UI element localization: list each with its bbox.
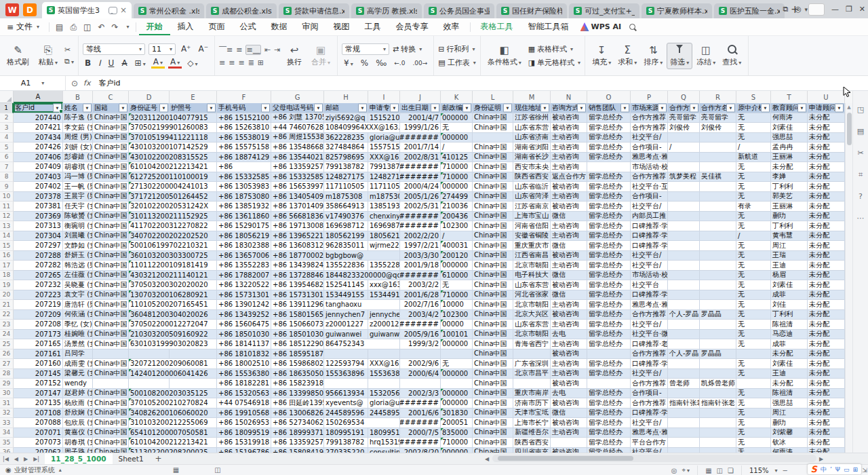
cell-O9[interactable]: 留学总经办 — [587, 182, 631, 192]
cell-N2[interactable]: 被动咨询 — [551, 113, 587, 124]
cell-M33[interactable]: 上海市长宁 — [513, 418, 551, 428]
cell-K29[interactable] — [441, 379, 473, 389]
cell-J34[interactable]: 2000/7/5 — [400, 428, 441, 438]
name-box[interactable]: A1▾ — [0, 76, 66, 90]
cell-G13[interactable]: +86 1971300890 — [271, 221, 324, 231]
cell-S23[interactable]: 无 — [736, 320, 771, 330]
cell-R18[interactable] — [700, 271, 736, 281]
cell-T34[interactable]: 刘紫馨 — [771, 428, 808, 438]
cell-U3[interactable]: 未分配 — [808, 123, 845, 133]
cell-R21[interactable] — [700, 300, 736, 310]
cell-N14[interactable]: 主动咨询 — [551, 231, 587, 242]
cell-C7[interactable]: China中国 — [93, 162, 129, 172]
cell-H34[interactable]: 180995191 — [324, 428, 368, 438]
tab-table-tools[interactable]: 表格工具 — [473, 19, 521, 35]
cell-K10[interactable]: 274499 — [441, 192, 473, 202]
row-header-19[interactable]: 19 — [0, 280, 14, 290]
cell-N23[interactable]: 主动咨询 — [551, 320, 587, 330]
cell-C29[interactable] — [93, 379, 129, 389]
cell-F9[interactable]: +86 13053983 — [217, 182, 271, 192]
header-cell-N1[interactable]: 咨询方式▼ — [551, 103, 587, 113]
cell-J11[interactable]: 2002/5/31 — [400, 202, 441, 212]
ime-icon-4[interactable]: ⊞ — [852, 466, 858, 473]
cell-Q12[interactable] — [668, 212, 700, 222]
bold-button[interactable]: B — [83, 58, 93, 68]
header-cell-G1[interactable]: 父母电话号码▼ — [271, 103, 324, 113]
cell-M16[interactable]: 江西省南昌 — [513, 251, 551, 261]
cell-F22[interactable]: +86 13439252 — [217, 310, 271, 320]
menu-tab-工具[interactable]: 工具 — [357, 19, 389, 35]
cell-P28[interactable]: 社交平台/ — [631, 369, 668, 379]
justify-icon[interactable]: ≣ — [248, 58, 254, 67]
cell-B2[interactable]: 陈子逸 (男) — [63, 113, 93, 124]
cell-S10[interactable]: 无 — [736, 192, 771, 202]
cell-U6[interactable]: 未分配 — [808, 153, 845, 163]
cell-N27[interactable]: 主动咨询 — [551, 359, 587, 369]
cell-S8[interactable]: 无 — [736, 172, 771, 183]
cell-J20[interactable]: 2001/6/28 — [400, 290, 441, 301]
cell-T5[interactable]: 孟冉冉 — [771, 142, 808, 153]
cell-F8[interactable]: +86 15332585 — [217, 172, 271, 183]
header-cell-P1[interactable]: 市场来源▼ — [631, 103, 668, 113]
cell-B16[interactable]: 舒妍玉 (女) — [63, 251, 93, 261]
row-header-3[interactable]: 3 — [0, 123, 14, 133]
cell-N13[interactable]: 主动咨询 — [551, 221, 587, 231]
italic-button[interactable]: I — [96, 58, 103, 68]
cell-G16[interactable]: +86 1877000215 — [271, 251, 324, 261]
cell-K16[interactable]: 200120 — [441, 251, 473, 261]
cell-A32[interactable]: 207108 — [14, 408, 63, 419]
cell-U26[interactable]: 未分配 — [808, 349, 845, 360]
column-header-Q[interactable]: Q — [668, 91, 700, 103]
cell-S24[interactable]: 无 — [736, 330, 771, 340]
cell-U34[interactable]: 未分配 — [808, 428, 845, 438]
cell-P25[interactable]: 口碑推荐·老 — [631, 339, 668, 349]
cell-G4[interactable]: +86 周煜155380 — [271, 133, 324, 143]
cell-U13[interactable]: 未分配 — [808, 221, 845, 231]
ime-icon-1[interactable]: ’ — [830, 466, 832, 473]
cell-F30[interactable]: +86 15320563 — [217, 389, 271, 399]
cell-S25[interactable]: 无 — [736, 339, 771, 349]
cell-Q24[interactable] — [668, 330, 700, 340]
cell-J22[interactable]: 2003/4/2 — [400, 310, 441, 320]
cell-M21[interactable]: 北京市朝阳 — [513, 300, 551, 310]
column-header-K[interactable]: K — [441, 91, 473, 103]
vertical-scroll-thumb[interactable] — [847, 113, 852, 145]
cell-I19[interactable]: xxx@163.co — [368, 280, 400, 290]
cell-R24[interactable] — [700, 330, 736, 340]
scroll-right-icon[interactable]: ▶ — [819, 456, 823, 462]
header-cell-B1[interactable]: 姓名▼ — [63, 103, 93, 113]
cell-C24[interactable]: China中国 — [93, 330, 129, 340]
cell-M9[interactable]: 山东省临沂 — [513, 182, 551, 192]
cell-F3[interactable]: +86 15263810 — [217, 123, 271, 133]
cell-B17[interactable]: 韩浩远 (男) — [63, 261, 93, 271]
cell-O22[interactable]: 留学总经办 — [587, 310, 631, 320]
cell-B34[interactable]: 黄嘉仪 (女) — [63, 428, 93, 438]
cell-J29[interactable] — [400, 379, 441, 389]
cell-S35[interactable]: 无 — [736, 438, 771, 448]
cell-S34[interactable]: 无 — [736, 428, 771, 438]
sheet-tab-11_28_5_1000[interactable]: 11_28_5_1000 — [45, 453, 113, 465]
filter-dropdown-icon[interactable]: ▼ — [620, 103, 629, 112]
cell-L22[interactable]: China中国 — [473, 310, 513, 320]
cell-T18[interactable]: 杨眉 — [771, 271, 808, 281]
cell-N34[interactable]: 主动咨询 — [551, 428, 587, 438]
highlight-color-button[interactable]: A▾ — [151, 58, 165, 69]
cell-M5[interactable]: 湖南省浏阳 — [513, 142, 551, 153]
cell-J28[interactable]: 2000/6/4 — [400, 369, 441, 379]
cell-Q28[interactable] — [668, 369, 700, 379]
filter-button[interactable]: 筛选▾ — [667, 43, 692, 69]
cell-Q5[interactable]: / — [668, 142, 700, 153]
sheet-tab-Sheet1[interactable]: Sheet1 — [113, 453, 150, 465]
cell-G15[interactable]: +86 1360831276 — [271, 241, 324, 251]
sort-button[interactable]: ⇅排序▾ — [641, 43, 665, 69]
borders-button[interactable]: ⊞▾ — [133, 58, 148, 68]
cell-G9[interactable]: +86 1565399710 — [271, 182, 324, 192]
cell-K34[interactable]: 835000 — [441, 428, 473, 438]
cell-F15[interactable]: +86 18302388 — [217, 241, 271, 251]
tab-smart-toolbox[interactable]: 智能工具箱 — [521, 19, 576, 35]
cell-C3[interactable]: China中国 — [93, 123, 129, 133]
cell-K31[interactable]: 000000 — [441, 398, 473, 408]
cell-O3[interactable]: 留学总经办 — [587, 123, 631, 133]
cell-D5[interactable]: 430103200107142529 — [129, 142, 217, 153]
select-all-corner[interactable] — [0, 91, 14, 103]
